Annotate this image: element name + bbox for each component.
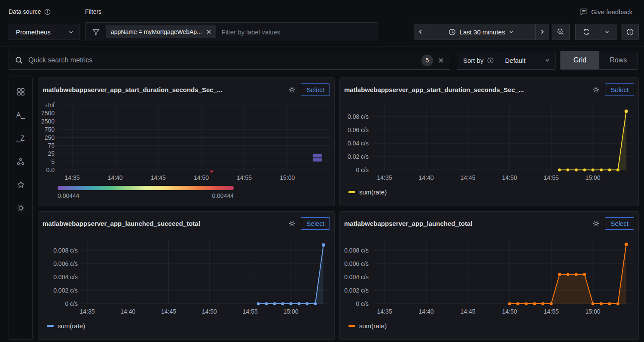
panel-select-button[interactable]: Select <box>301 217 330 230</box>
filter-chip[interactable]: appName = myMortgageWebAp... <box>106 25 216 38</box>
heatmap-scale-labels: 0.00444 0.00444 <box>58 192 234 199</box>
metrics-explore-screen: Data source Prometheus Filters appName =… <box>0 0 644 342</box>
svg-text:75: 75 <box>48 142 55 149</box>
svg-text:14:35: 14:35 <box>79 308 95 315</box>
view-mode-toggle: Grid Rows <box>560 51 638 70</box>
chevron-down-icon <box>604 29 610 34</box>
panel-select-button[interactable]: Select <box>301 83 330 96</box>
datasource-picker[interactable]: Prometheus <box>9 24 79 40</box>
sort-selected-value: Default <box>505 57 526 64</box>
sort-by-label-group: Sort by <box>457 51 500 69</box>
search-icon <box>15 56 23 65</box>
chevron-down-icon <box>545 58 550 63</box>
filter-by-label-input[interactable] <box>221 28 373 36</box>
panel-select-button[interactable]: Select <box>605 217 634 230</box>
metric-panel-line: matlabwebappserver_app_start_duration_se… <box>339 77 639 206</box>
sidebar-item-prefix-filter[interactable]: A_ <box>11 106 30 124</box>
time-picker-group: Last 30 minutes <box>414 24 549 40</box>
datasource-label: Data source <box>9 8 51 15</box>
time-shift-forward-button[interactable] <box>535 24 549 40</box>
panel-select-button[interactable]: Select <box>605 83 634 96</box>
panel-title: matlabwebappserver_app_start_duration_se… <box>344 86 587 93</box>
gear-icon <box>288 220 296 227</box>
svg-text:0.0: 0.0 <box>46 166 55 173</box>
svg-text:0.06 c/s: 0.06 c/s <box>348 126 369 133</box>
svg-text:14:55: 14:55 <box>237 174 252 181</box>
scale-min-label: 0.00444 <box>58 192 79 199</box>
panel-settings-button[interactable] <box>287 85 296 94</box>
timeseries-chart[interactable]: 14:3514:4014:4514:5014:5515:000.08 c/s0.… <box>340 102 639 183</box>
refresh-group <box>575 24 617 40</box>
sidebar-item-apps[interactable] <box>11 83 30 101</box>
datasource-value: Prometheus <box>16 28 51 36</box>
result-count-badge: 5 <box>421 55 433 66</box>
timeseries-chart[interactable]: 14:3514:4014:4514:5014:5515:000.008 c/s0… <box>340 235 639 317</box>
panel-header: matlabwebappserver_app_start_duration_se… <box>38 78 334 97</box>
refresh-interval-dropdown[interactable] <box>597 24 617 40</box>
metric-panel-line: matlabwebappserver_app_launched_total Se… <box>339 211 639 340</box>
svg-text:14:55: 14:55 <box>243 308 258 315</box>
sort-by-label: Sort by <box>463 57 484 64</box>
svg-text:14:45: 14:45 <box>460 174 475 181</box>
svg-text:25: 25 <box>48 150 55 157</box>
sidebar-item-suffix-filter[interactable]: _Z <box>11 129 30 148</box>
legend-label: sum(rate) <box>58 322 85 330</box>
zoom-out-icon <box>557 28 565 36</box>
view-rows-button[interactable]: Rows <box>599 51 638 69</box>
sidebar-item-related-metrics[interactable] <box>11 152 30 171</box>
panel-settings-button[interactable] <box>592 85 601 94</box>
sort-select[interactable]: Default <box>500 51 555 69</box>
svg-text:14:40: 14:40 <box>418 308 433 315</box>
heatmap-chart[interactable]: 14:3514:4014:4514:5014:5515:00+Inf750025… <box>38 102 335 183</box>
zoom-out-button[interactable] <box>552 24 570 40</box>
svg-text:15:00: 15:00 <box>280 174 295 181</box>
sidebar-item-settings[interactable] <box>11 199 30 217</box>
svg-text:14:45: 14:45 <box>460 308 475 315</box>
time-shift-back-button[interactable] <box>414 24 427 40</box>
legend-swatch <box>47 325 54 327</box>
refresh-icon <box>583 28 590 36</box>
time-range-label: Last 30 minutes <box>460 28 505 36</box>
svg-text:14:45: 14:45 <box>161 308 176 315</box>
refresh-button[interactable] <box>576 24 597 40</box>
view-grid-button[interactable]: Grid <box>561 51 599 69</box>
legend-swatch <box>348 325 355 327</box>
quick-search-input[interactable] <box>27 56 417 65</box>
legend-item[interactable]: sum(rate) <box>348 188 387 196</box>
info-button[interactable] <box>621 24 639 40</box>
svg-text:0.004 c/s: 0.004 c/s <box>53 274 78 280</box>
time-range-button[interactable]: Last 30 minutes <box>427 24 535 40</box>
metric-search-bar: 5 <box>9 51 450 70</box>
panel-title: matlabwebappserver_app_launched_succeed_… <box>43 220 283 227</box>
svg-text:5: 5 <box>51 158 55 165</box>
filters-label: Filters <box>85 8 101 15</box>
timeseries-chart[interactable]: 14:3514:4014:4514:5014:5515:000.008 c/s0… <box>38 235 335 317</box>
chevron-down-icon <box>68 29 74 35</box>
legend-item[interactable]: sum(rate) <box>47 322 85 330</box>
panel-title: matlabwebappserver_app_start_duration_se… <box>43 86 283 93</box>
filter-chip-remove-button[interactable] <box>206 29 211 34</box>
svg-text:14:50: 14:50 <box>194 174 209 181</box>
svg-text:750: 750 <box>45 126 55 133</box>
clear-search-button[interactable] <box>437 57 445 64</box>
filters-label-text: Filters <box>85 8 101 15</box>
panel-settings-button[interactable] <box>592 219 601 228</box>
cluster-icon <box>16 157 25 166</box>
give-feedback-button[interactable]: Give feedback <box>580 7 632 16</box>
panel-settings-button[interactable] <box>287 219 296 228</box>
sidebar-item-bookmarks[interactable] <box>11 176 30 194</box>
info-icon <box>44 9 51 15</box>
chevron-right-icon <box>540 29 545 34</box>
svg-text:2500: 2500 <box>41 118 55 125</box>
metrics-sidebar: A_ _Z <box>9 77 33 340</box>
metric-panel-line: matlabwebappserver_app_launched_succeed_… <box>38 211 335 340</box>
svg-text:14:40: 14:40 <box>120 308 135 315</box>
scale-max-label: 0.00444 <box>212 192 234 199</box>
panel-header: matlabwebappserver_app_launched_total Se… <box>340 212 638 231</box>
svg-text:14:35: 14:35 <box>377 308 392 315</box>
legend-label: sum(rate) <box>359 322 387 330</box>
suffix-filter-icon: _Z <box>16 135 25 142</box>
legend-item[interactable]: sum(rate) <box>348 322 387 330</box>
svg-text:14:50: 14:50 <box>202 308 217 315</box>
svg-text:7500: 7500 <box>41 110 55 117</box>
